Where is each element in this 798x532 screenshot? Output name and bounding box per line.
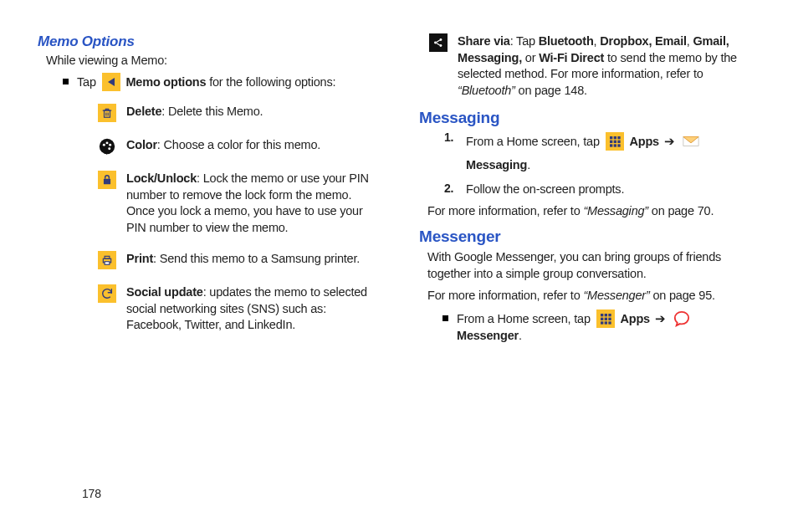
page-content: Memo Options While viewing a Memo: Tap M…	[0, 0, 798, 354]
svg-rect-14	[613, 136, 616, 139]
bullet-icon	[63, 79, 69, 84]
step-body: From a Home screen, tap Apps ➔ Messaging…	[466, 130, 760, 176]
bullet-text: Tap Memo options for the following optio…	[77, 74, 379, 92]
label: Social update	[126, 285, 203, 299]
messenger-tap-instruction: From a Home screen, tap Apps ➔ Messenger…	[442, 310, 760, 342]
svg-rect-26	[604, 318, 606, 320]
memo-options-bold: Memo options	[125, 75, 206, 89]
label: Lock/Unlock	[126, 171, 197, 185]
apps-grid-icon	[596, 309, 615, 328]
b5: Wi-Fi Direct	[539, 51, 604, 64]
svg-point-5	[108, 147, 110, 150]
t1: : Tap	[510, 34, 539, 48]
t: From a Home screen, tap	[457, 312, 594, 325]
svg-rect-8	[105, 257, 110, 259]
messenger-desc: With Google Messenger, you can bring gro…	[427, 249, 760, 282]
desc: : Send this memo to a Samsung printer.	[153, 252, 360, 265]
ref: “Messenger”	[583, 289, 652, 302]
svg-rect-29	[604, 321, 606, 324]
intro-text: While viewing a Memo:	[46, 54, 379, 67]
svg-point-2	[103, 144, 105, 146]
page-number: 178	[82, 487, 101, 500]
option-delete-text: Delete: Delete this Memo.	[126, 104, 379, 120]
svg-rect-18	[617, 141, 620, 143]
dot: .	[527, 158, 530, 171]
messaging-step-2: 2. Follow the on-screen prompts.	[444, 182, 760, 198]
desc: : Delete this Memo.	[161, 105, 263, 118]
t: From a Home screen, tap	[466, 135, 603, 148]
messaging-refer: For more information, refer to “Messagin…	[427, 203, 760, 220]
desc: : Choose a color for this memo.	[157, 138, 320, 151]
page: on page 95.	[652, 289, 714, 302]
label: Print	[126, 252, 153, 265]
refresh-icon	[98, 284, 116, 303]
svg-rect-15	[617, 136, 620, 139]
dot: .	[519, 329, 522, 342]
tap-instruction: Tap Memo options for the following optio…	[63, 74, 379, 92]
svg-rect-20	[613, 145, 616, 147]
label: Share via	[458, 34, 510, 48]
step-number: 1.	[444, 130, 458, 144]
svg-rect-6	[104, 179, 110, 184]
step-number: 2.	[444, 182, 458, 195]
svg-rect-19	[610, 145, 612, 147]
option-social-text: Social update: updates the memo to selec…	[126, 284, 379, 334]
heading-memo-options: Memo Options	[38, 33, 379, 50]
left-column: Memo Options While viewing a Memo: Tap M…	[38, 33, 379, 354]
step-body: Follow the on-screen prompts.	[466, 182, 760, 198]
svg-rect-9	[105, 262, 110, 265]
mid: or	[522, 51, 539, 64]
triangle-left-icon	[102, 73, 120, 91]
apps-label: Apps	[620, 312, 649, 325]
b3: Dropbox, Email	[600, 34, 687, 48]
heading-messenger: Messenger	[419, 228, 760, 246]
svg-rect-21	[617, 145, 620, 147]
bullet-icon	[442, 315, 448, 321]
b2: Bluetooth	[539, 34, 594, 48]
svg-rect-25	[601, 318, 603, 320]
arrow-icon: ➔	[655, 312, 666, 325]
option-print-text: Print: Send this memo to a Samsung print…	[126, 251, 379, 268]
apps-label: Apps	[629, 135, 658, 148]
bullet-text: From a Home screen, tap Apps ➔ Messenger…	[457, 310, 760, 342]
ref: “Messaging”	[583, 204, 651, 217]
label: Delete	[126, 105, 161, 118]
option-color: Color: Choose a color for this memo.	[98, 137, 379, 156]
svg-rect-23	[604, 314, 606, 316]
svg-rect-28	[601, 321, 603, 324]
palette-icon	[98, 137, 116, 156]
svg-rect-13	[610, 136, 612, 139]
t: For more information, refer to	[427, 204, 583, 217]
svg-rect-17	[613, 141, 616, 143]
svg-rect-22	[601, 314, 603, 316]
heading-messaging: Messaging	[419, 109, 760, 127]
option-social: Social update: updates the memo to selec…	[98, 284, 379, 334]
messenger-refer: For more information, refer to “Messenge…	[427, 288, 760, 304]
page: on page 70.	[652, 204, 714, 217]
right-column: Share via: Tap Bluetooth, Dropbox, Email…	[419, 33, 760, 354]
svg-rect-30	[608, 321, 611, 324]
option-color-text: Color: Choose a color for this memo.	[126, 137, 379, 154]
printer-icon	[98, 251, 116, 269]
envelope-icon	[682, 132, 700, 151]
share-icon	[429, 33, 448, 52]
trash-icon	[98, 104, 116, 122]
apps-grid-icon	[606, 132, 624, 151]
option-lock: Lock/Unlock: Lock the memo or use your P…	[98, 171, 379, 236]
page: on page 148.	[519, 84, 587, 97]
lock-icon	[98, 171, 116, 189]
svg-point-3	[106, 141, 109, 144]
svg-rect-0	[105, 110, 110, 117]
messenger-quote-icon	[673, 309, 691, 328]
svg-point-4	[109, 144, 111, 146]
option-print: Print: Send this memo to a Samsung print…	[98, 251, 379, 269]
svg-point-1	[100, 139, 115, 154]
tap-suffix: for the following options:	[206, 75, 335, 89]
svg-rect-27	[608, 318, 611, 320]
messaging-label: Messaging	[466, 158, 527, 171]
option-delete: Delete: Delete this Memo.	[98, 104, 379, 122]
tap-prefix: Tap	[77, 75, 100, 89]
messaging-step-1: 1. From a Home screen, tap Apps ➔ Messag…	[444, 130, 760, 176]
ref: “Bluetooth”	[458, 84, 519, 97]
arrow-icon: ➔	[664, 135, 675, 148]
